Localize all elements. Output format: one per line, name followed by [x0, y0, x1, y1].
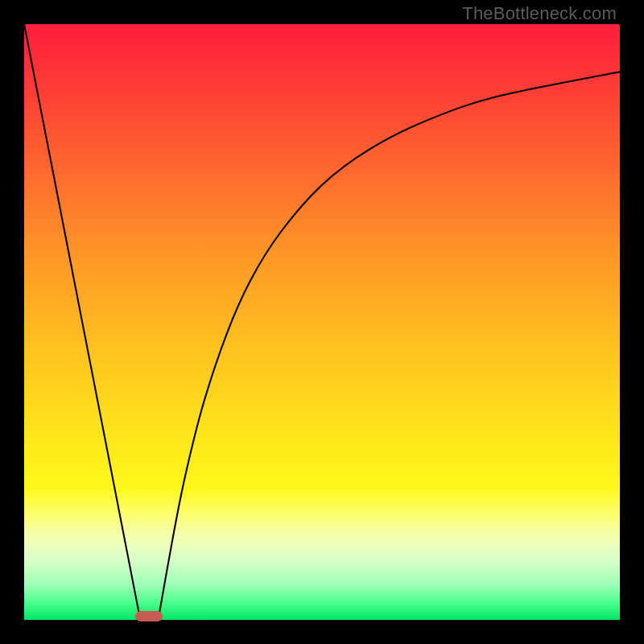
- watermark-text: TheBottleneck.com: [462, 3, 617, 24]
- left-line-segment: [24, 24, 140, 620]
- right-curve-segment: [159, 72, 621, 620]
- chart-frame: TheBottleneck.com: [0, 0, 644, 644]
- plot-area: [24, 24, 620, 620]
- bottleneck-curve: [24, 24, 620, 620]
- bottleneck-marker: [135, 611, 163, 621]
